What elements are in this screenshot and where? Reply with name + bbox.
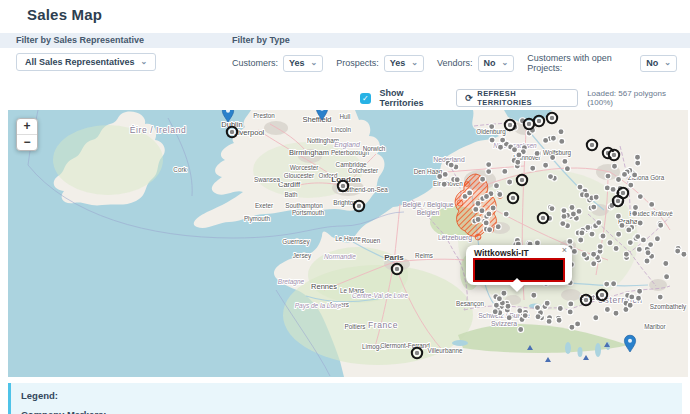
popup-close-icon[interactable]: × [562,245,567,255]
company-marker [612,163,618,169]
company-marker [489,137,495,143]
zoom-in-button[interactable]: + [17,119,37,134]
popup-redacted-content [473,258,565,282]
svg-text:Sheffield: Sheffield [302,115,331,124]
company-marker [490,205,496,211]
company-marker [544,300,550,306]
svg-text:Hull: Hull [340,113,351,120]
vendors-select[interactable]: No ⌄ [478,55,515,72]
customers-select[interactable]: Yes ⌄ [283,55,323,72]
show-territories-checkbox[interactable]: ✓ [360,93,371,104]
open-projects-select[interactable]: No ⌄ [640,55,677,72]
company-marker [635,160,641,166]
svg-text:Belgien: Belgien [417,209,440,217]
refresh-territories-button[interactable]: ⟳ REFRESH TERRITORIES [456,89,578,107]
svg-text:Rennes: Rennes [311,282,337,291]
svg-text:Le Havre: Le Havre [335,235,361,242]
company-marker [548,174,554,180]
company-marker [591,204,597,210]
company-marker [546,318,552,324]
open-projects-select-value: No [646,58,658,68]
company-marker [502,168,508,174]
filters-row: All Sales Representatives ⌄ Customers: Y… [0,52,690,74]
company-marker [550,135,556,141]
company-marker [558,129,564,135]
company-marker [585,225,591,231]
legend-title: Legend: [21,390,672,401]
company-marker [570,211,576,217]
svg-text:Bath: Bath [285,191,298,198]
filter-rep-section-label: Filter by Sales Representative [16,33,144,48]
vendors-filter-label: Vendors: [437,58,473,68]
company-marker [479,208,485,214]
svg-text:Lincoln: Lincoln [331,126,351,133]
svg-text:Preston: Preston [253,112,275,119]
company-marker [486,169,492,175]
svg-text:Reims: Reims [415,252,433,259]
company-marker [522,313,528,319]
company-marker [636,295,642,301]
map-svg: Éire / IrelandDublinCorkPrestonLiverpool… [8,110,688,377]
polygons-loaded-status: Loaded: 567 polygons (100%) [587,89,690,107]
svg-text:Cardiff: Cardiff [278,180,301,189]
map-canvas[interactable]: Éire / IrelandDublinCorkPrestonLiverpool… [8,110,688,377]
company-marker [486,162,492,168]
map-zoom-control: + − [16,118,38,151]
company-marker [597,244,603,250]
company-marker [486,211,492,217]
company-marker [567,238,573,244]
page-title: Sales Map [27,6,102,23]
svg-text:Szombathely: Szombathely [650,303,687,311]
company-marker [627,302,633,308]
company-marker [561,213,567,219]
company-marker [496,296,502,302]
company-marker [605,173,611,179]
svg-text:Guernsey: Guernsey [282,238,310,246]
company-marker [561,208,567,214]
company-marker [640,237,646,243]
company-marker [615,213,621,219]
customers-filter-label: Customers: [232,58,278,68]
svg-text:Exeter: Exeter [255,202,273,209]
company-marker [506,315,512,321]
svg-text:Plymouth: Plymouth [244,215,271,223]
filter-section-bar: Filter by Sales Representative Filter by… [0,33,690,48]
company-marker [591,261,597,267]
company-marker [613,246,619,252]
company-marker [626,227,632,233]
checkmark-icon: ✓ [362,94,369,103]
company-marker [518,327,524,333]
company-marker [577,184,583,190]
company-marker [579,230,585,236]
company-marker [663,261,669,267]
company-marker [648,242,654,248]
prospects-select[interactable]: Yes ⌄ [384,55,424,72]
svg-text:Maribor: Maribor [644,323,665,330]
company-marker [467,190,473,196]
company-marker [664,274,670,280]
vendors-filter: Vendors: No ⌄ [437,55,514,72]
company-marker [515,159,521,165]
company-marker [649,201,655,207]
svg-text:Villeurbanne: Villeurbanne [428,347,463,354]
company-marker [550,155,556,161]
chevron-down-icon: ⌄ [141,58,148,66]
svg-text:Norwich: Norwich [363,145,386,152]
company-marker [475,201,481,207]
company-marker [593,315,599,321]
company-marker [567,309,573,315]
company-marker [556,317,562,323]
company-marker [534,150,540,156]
customers-filter: Customers: Yes ⌄ [232,55,323,72]
zoom-out-button[interactable]: − [17,134,37,150]
sales-rep-select[interactable]: All Sales Representatives ⌄ [16,53,156,71]
company-marker [569,205,575,211]
svg-text:Swansea: Swansea [254,176,280,183]
prospects-filter: Prospects: Yes ⌄ [336,55,424,72]
company-marker [575,321,581,327]
company-marker [596,220,602,226]
company-marker [487,227,493,233]
svg-text:Birmingham: Birmingham [289,148,329,157]
company-marker [475,217,481,223]
company-marker [616,177,622,183]
